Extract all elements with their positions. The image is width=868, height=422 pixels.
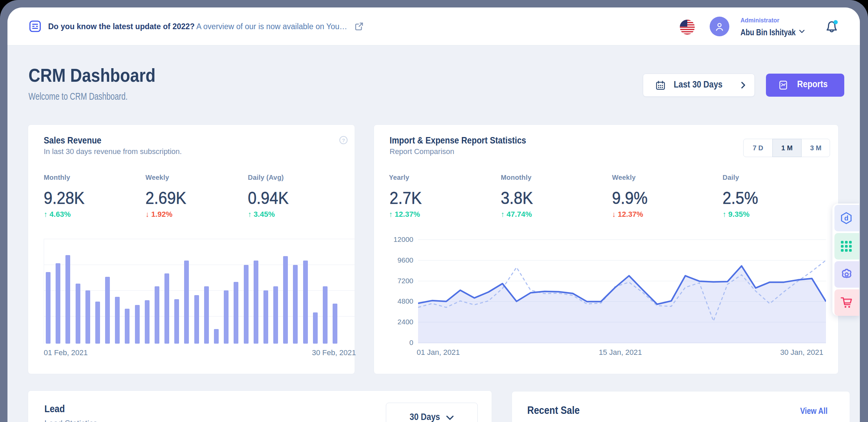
svg-text:d: d bbox=[844, 214, 848, 222]
